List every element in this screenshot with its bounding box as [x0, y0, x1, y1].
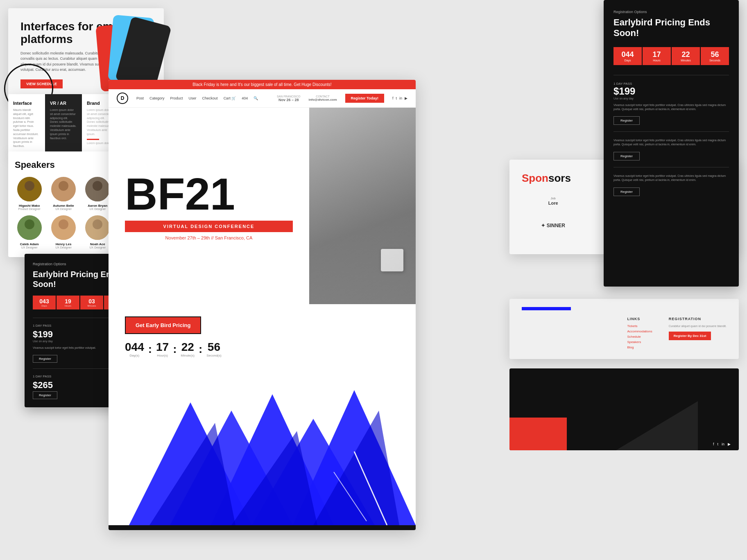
separator-1: :: [148, 343, 152, 356]
event-dates: Nov 26 – 28: [277, 98, 301, 102]
speakers-grid: Higashi Mako Product Designer Autumn Bel…: [15, 177, 112, 249]
footer-in-icon[interactable]: in: [722, 442, 724, 446]
main-alert-bar: Black Friday is here and It's our bigges…: [109, 80, 416, 89]
svg-point-6: [25, 219, 34, 229]
nav-link-post[interactable]: Post: [136, 96, 144, 100]
hero-left: BF21 VIRTUAL DESIGN CONFERENCE November …: [109, 108, 309, 304]
register-today-button[interactable]: Register Today!: [345, 94, 384, 103]
register-footer-button[interactable]: Register By Dec 31st: [669, 332, 711, 340]
brand-accent-bar: [87, 139, 99, 140]
footer-link-tickets[interactable]: Tickets: [627, 324, 652, 328]
speaker-avatar-4: [17, 215, 42, 240]
svg-point-10: [93, 219, 102, 229]
countdown-hours-left: 19 Hours: [57, 296, 79, 309]
registration-text: Curabitur aliquet quam id dui posuere bl…: [669, 324, 727, 328]
minutes-label: Minute(s): [181, 354, 195, 357]
countdown-main: 044 Day(s) : 17 Hour(s) : 22 Minute(s) :…: [125, 341, 399, 357]
minutes-number: 22: [181, 341, 195, 354]
youtube-icon[interactable]: ▶: [405, 96, 407, 100]
vrar-label: VR / AR: [50, 101, 77, 106]
speaker-item: Caleb Adam UX Designer: [15, 215, 44, 249]
svg-point-1: [22, 194, 37, 201]
footer-red-accent: [509, 418, 567, 450]
nav-link-checkout[interactable]: Checkout: [202, 96, 218, 100]
svg-point-11: [90, 232, 105, 240]
speaker-name-2: Autumn Belle: [49, 204, 78, 208]
footer-link-accommodations[interactable]: Accommodations: [627, 330, 652, 333]
brand-col-vrar: VR / AR Lorem ipsum dolor sit amet conse…: [45, 94, 82, 155]
linkedin-icon[interactable]: in: [399, 96, 402, 100]
seconds-label: Second(s): [206, 354, 221, 357]
hero-section: BF21 VIRTUAL DESIGN CONFERENCE November …: [109, 108, 416, 304]
card-footer-dark: f t in ▶: [509, 368, 739, 450]
blue-shapes-svg: [109, 370, 416, 525]
countdown-days-main: 044 Day(s): [125, 341, 144, 357]
hours-number: 17: [156, 341, 169, 354]
footer-dark-shape: [616, 401, 698, 450]
footer-tw-icon[interactable]: t: [717, 442, 718, 446]
separator-3: :: [199, 343, 202, 356]
separator-2: :: [173, 343, 177, 356]
hero-subtitle: November 27th – 29th // San Francisco, C…: [125, 235, 293, 240]
pass-right-desc-1: Vivamus suscipit tortor eget felis portt…: [613, 103, 729, 111]
reg-right-btn-2[interactable]: Register: [613, 152, 640, 160]
register-btn-1[interactable]: Register: [33, 355, 57, 363]
pass-right-2: Vivamus suscipit tortor eget felis portt…: [613, 131, 729, 167]
speaker-item: Noah Ace UX Designer: [83, 215, 112, 249]
speaker-avatar-5: [51, 215, 76, 240]
brand-header: Interface Mauris blandit aliquet elit, e…: [8, 94, 119, 155]
interface-text: Mauris blandit aliquet elit, eget tincid…: [13, 108, 40, 148]
main-logo[interactable]: D: [117, 93, 128, 104]
contact-value: info@divicon.com: [308, 98, 337, 102]
links-col-title: LINKS: [627, 317, 652, 321]
event-location: SAN FRANCISCO Nov 26 – 28: [277, 95, 301, 102]
nav-link-404[interactable]: 404: [242, 96, 248, 100]
twitter-icon[interactable]: t: [396, 96, 397, 100]
footer-link-speakers[interactable]: Speakers: [627, 340, 652, 344]
hero-right-photo: [309, 108, 416, 304]
speaker-avatar-3: [85, 177, 110, 201]
footer-link-schedule[interactable]: Schedule: [627, 335, 652, 339]
reg-right-btn-3[interactable]: Register: [613, 187, 640, 196]
reg-right-btn-1[interactable]: Register: [613, 116, 640, 125]
phone-illustration: ✳: [98, 16, 188, 90]
footer-fb-icon[interactable]: f: [713, 442, 714, 446]
nav-search-icon[interactable]: 🔍: [254, 96, 258, 100]
day1-section: DAY 1 Day 1 Schedule: [109, 525, 416, 530]
register-btn-2[interactable]: Register: [33, 391, 57, 399]
svg-point-2: [59, 181, 68, 191]
brand-col-interface: Interface Mauris blandit aliquet elit, e…: [8, 94, 45, 155]
speaker-name-3: Aaron Bryan: [83, 204, 112, 208]
speaker-role-6: UX Designer: [83, 246, 112, 249]
earlybird-button[interactable]: Get Early Bird Pricing: [125, 316, 201, 334]
nav-link-cart[interactable]: Cart 🛒: [224, 96, 236, 100]
sponsors-title-text: sors: [548, 172, 571, 184]
countdown-bar-right: 044 Days 17 Hours 22 Minutes 56 Seconds: [613, 47, 729, 65]
card-brand: Interface Mauris blandit aliquet elit, e…: [8, 94, 119, 155]
footer-link-blog[interactable]: Blog: [627, 345, 652, 349]
speaker-role-4: UX Designer: [15, 246, 44, 249]
nav-link-category[interactable]: Category: [149, 96, 165, 100]
card-speakers: Speakers Higashi Mako Product Designer A…: [8, 151, 119, 257]
countdown-minutes-main: 22 Minute(s): [181, 341, 195, 357]
speaker-item: Autumn Belle UX Designer: [49, 177, 78, 210]
speaker-role-3: UX Designer: [83, 208, 112, 210]
speaker-avatar-6: [85, 215, 110, 240]
footer-blue-line: [522, 307, 727, 310]
social-icons: f t in ▶: [392, 96, 407, 100]
card-main-conference: Black Friday is here and It's our bigges…: [109, 80, 416, 530]
footer-yt-icon[interactable]: ▶: [728, 442, 731, 446]
reg-right-title: Earlybird Pricing Ends Soon!: [613, 17, 729, 39]
days-number: 044: [125, 341, 144, 354]
pass-right-note-1: Use on any day: [613, 97, 729, 100]
speaker-avatar-2: [51, 177, 76, 201]
nav-link-user[interactable]: User: [189, 96, 197, 100]
footer-spacer: [522, 317, 611, 351]
facebook-icon[interactable]: f: [392, 96, 394, 100]
speaker-role-2: UX Designer: [49, 208, 78, 210]
svg-point-7: [22, 232, 37, 240]
speaker-name-6: Noah Ace: [83, 242, 112, 246]
nav-link-product[interactable]: Product: [170, 96, 183, 100]
cd-right-minutes: 22 Minutes: [672, 47, 700, 65]
speaker-role-1: Product Designer: [15, 208, 44, 210]
